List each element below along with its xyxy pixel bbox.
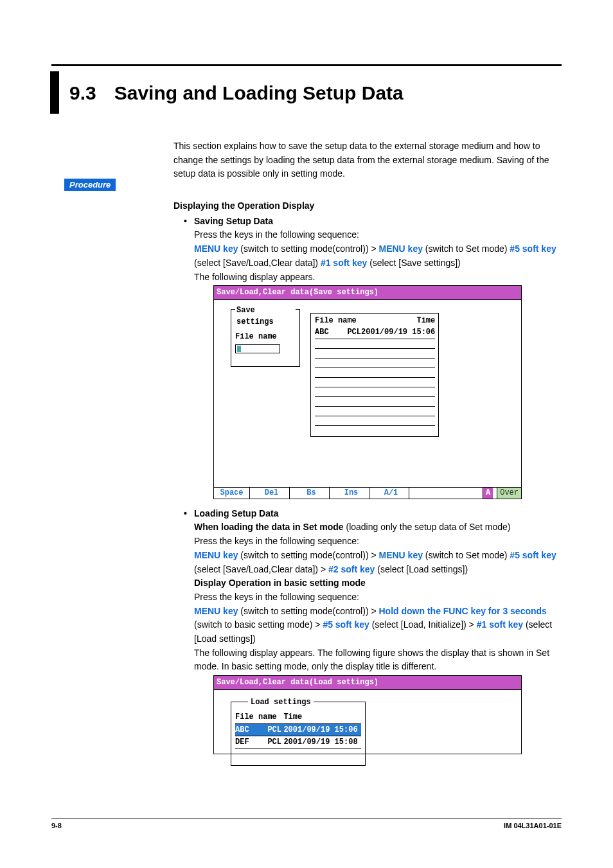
softkey-a1[interactable]: A/1 — [373, 488, 409, 499]
indicator-over: Over — [497, 488, 521, 499]
procedure-tag: Procedure — [64, 179, 116, 191]
loading-bold-line: When loading the data in Set mode (loadi… — [194, 520, 562, 535]
intro-paragraph: This section explains how to save the se… — [173, 139, 562, 181]
section-title: Saving and Loading Setup Data — [114, 71, 404, 114]
file-row-selected[interactable]: ABC PCL 2001/09/19 15:06 — [235, 723, 361, 736]
bullet-dot: • — [184, 215, 194, 503]
section-number: 9.3 — [69, 71, 96, 114]
loading-seq2: MENU key (switch to setting mode(control… — [194, 605, 562, 646]
subheading-display: Displaying the Operation Display — [173, 199, 562, 213]
save-settings-screenshot: Save/Load,Clear data(Save settings) Save… — [213, 285, 522, 499]
file-list-panel: File nameTime ABC PCL 2001/09/19 15:06 — [310, 313, 439, 438]
softkey-bs[interactable]: Bs — [294, 488, 330, 499]
screen1-titlebar: Save/Load,Clear data(Save settings) — [213, 285, 522, 300]
file-row[interactable]: DEF PCL 2001/09/19 15:08 — [235, 736, 361, 749]
loading-title: Loading Setup Data — [194, 507, 562, 521]
load-settings-screenshot: Save/Load,Clear data(Load settings) Load… — [213, 675, 522, 754]
load-settings-panel: Load settings File nameTime ABC PCL 2001… — [231, 702, 366, 766]
save-settings-panel: Save settings File name — [231, 309, 300, 367]
loading-line1: Press the keys in the following sequence… — [194, 535, 562, 549]
saving-line2: The following display appears. — [194, 270, 562, 285]
page-footer: 9-8 IM 04L31A01-01E — [51, 819, 562, 829]
screen2-titlebar: Save/Load,Clear data(Load settings) — [213, 675, 522, 690]
saving-line1: Press the keys in the following sequence… — [194, 228, 562, 242]
loading-h3: Display Operation in basic setting mode — [194, 576, 562, 590]
loading-line3: The following display appears. The follo… — [194, 646, 562, 674]
filename-input[interactable] — [235, 344, 280, 353]
section-heading: 9.3 Saving and Loading Setup Data — [50, 71, 562, 114]
bullet-dot: • — [184, 507, 194, 754]
softkey-bar: Space Del Bs Ins A/1 A Over — [213, 488, 522, 499]
softkey-space[interactable]: Space — [214, 488, 250, 499]
document-id: IM 04L31A01-01E — [504, 822, 562, 829]
softkey-del[interactable]: Del — [254, 488, 290, 499]
loading-seq1: MENU key (switch to setting mode(control… — [194, 549, 562, 576]
loading-line2: Press the keys in the following sequence… — [194, 590, 562, 605]
indicator-mode: A — [483, 488, 493, 499]
softkey-ins[interactable]: Ins — [333, 488, 369, 499]
saving-title: Saving Setup Data — [194, 215, 562, 229]
saving-sequence: MENU key (switch to setting mode(control… — [194, 242, 562, 270]
page-number: 9-8 — [51, 822, 62, 829]
